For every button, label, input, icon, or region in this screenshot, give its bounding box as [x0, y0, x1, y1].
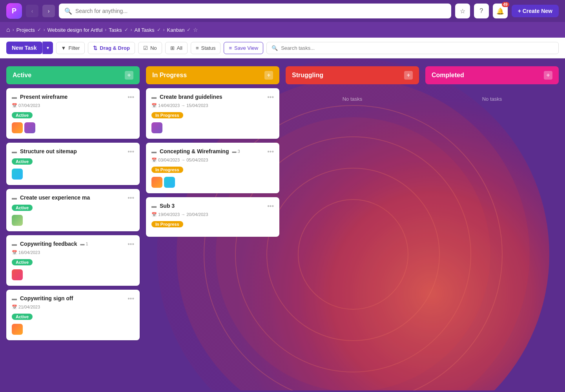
help-button[interactable]: ?: [474, 4, 489, 18]
task-subtasks-t4: ▬ 1: [80, 241, 88, 246]
no-label: No: [150, 45, 157, 51]
drag-drop-label: Drag & Drop: [100, 45, 130, 51]
breadcrumb-kanban-tag: ✓: [187, 27, 191, 33]
col-add-btn-active[interactable]: +: [125, 71, 133, 80]
task-title-t1: Present wireframe: [20, 94, 67, 100]
task-date-t8: 📅 19/04/2023 → 20/04/2023: [151, 212, 274, 217]
breadcrumb-alltasks[interactable]: All Tasks ✓: [135, 27, 161, 33]
breadcrumb-sep-3: ›: [131, 27, 132, 33]
status-label: Status: [201, 45, 216, 51]
task-title-t5: Copywriting sign off: [20, 295, 73, 301]
task-header-t8: ▬Sub 3•••: [151, 203, 274, 210]
breadcrumb-project-label: Website design for Artful: [47, 27, 103, 33]
app-logo: P: [6, 3, 22, 19]
task-header-t3: ▬Create user experience ma•••: [12, 194, 134, 201]
task-header-t5: ▬Copywriting sign off•••: [12, 295, 134, 302]
col-add-btn-struggling[interactable]: +: [404, 71, 413, 80]
status-button[interactable]: ≡ Status: [191, 42, 221, 54]
filter-icon: ▼: [61, 45, 66, 51]
avatar-t6-0: [151, 122, 162, 133]
star-button[interactable]: ☆: [455, 4, 470, 18]
task-more-btn-t6[interactable]: •••: [267, 94, 274, 101]
save-view-label: Save View: [234, 45, 258, 51]
col-add-btn-completed[interactable]: +: [544, 71, 552, 80]
task-more-btn-t8[interactable]: •••: [267, 203, 274, 210]
task-title-t8: Sub 3: [160, 203, 175, 209]
col-inprogress: In Progress+▬Create brand guidelines•••📅…: [146, 66, 279, 237]
save-view-icon: ≡: [229, 45, 232, 51]
task-header-t4: ▬Copywriting feedback▬ 1•••: [12, 241, 134, 248]
new-task-wrap: New Task ▾: [6, 42, 53, 54]
task-search-bar[interactable]: 🔍: [266, 42, 559, 54]
task-date-t4: 📅 16/04/2023: [12, 250, 134, 255]
task-card-t7: ▬Concepting & Wireframing▬ 3•••📅 03/04/2…: [146, 143, 279, 193]
col-header-completed: Completed+: [425, 66, 559, 84]
breadcrumb-project-name[interactable]: Website design for Artful: [47, 27, 103, 33]
create-new-button[interactable]: + Create New: [512, 5, 559, 17]
forward-button[interactable]: ›: [42, 5, 55, 17]
breadcrumb-sep-1: ›: [44, 27, 45, 33]
task-card-t2: ▬Structure out sitemap•••Active: [6, 143, 140, 185]
task-header-t7: ▬Concepting & Wireframing▬ 3•••: [151, 148, 274, 155]
task-avatars-t4: [12, 269, 134, 280]
task-avatars-t2: [12, 169, 134, 180]
all-label: All: [177, 45, 182, 51]
col-title-completed: Completed: [432, 72, 464, 79]
task-status-badge-t3: Active: [12, 205, 33, 211]
breadcrumb-sep-0: ›: [13, 27, 14, 33]
avatar-t1-0: [12, 122, 23, 133]
task-icon-t6: ▬: [151, 94, 157, 100]
breadcrumb-projects[interactable]: Projects ✓: [16, 27, 41, 33]
global-search-input[interactable]: [75, 8, 446, 14]
task-avatars-t7: [151, 177, 274, 188]
col-title-active: Active: [13, 72, 31, 79]
task-card-t8: ▬Sub 3•••📅 19/04/2023 → 20/04/2023In Pro…: [146, 197, 279, 237]
col-add-btn-inprogress[interactable]: +: [264, 71, 273, 80]
filter-label: Filter: [68, 45, 80, 51]
breadcrumb: ⌂ › Projects ✓ › Website design for Artf…: [0, 22, 565, 38]
breadcrumb-kanban-label: Kanban: [167, 27, 185, 33]
breadcrumb-tasks-label: Tasks: [109, 27, 122, 33]
breadcrumb-projects-label: Projects: [16, 27, 35, 33]
filter-button[interactable]: ▼ Filter: [56, 42, 85, 54]
task-search-icon: 🔍: [272, 45, 278, 51]
task-status-badge-t6: In Progress: [151, 112, 183, 118]
all-button[interactable]: ⊞ All: [165, 42, 188, 54]
avatar-t3-0: [12, 215, 23, 226]
notification-button[interactable]: 🔔 49: [493, 4, 508, 18]
breadcrumb-kanban[interactable]: Kanban ✓: [167, 27, 191, 33]
avatar-t1-1: [24, 122, 35, 133]
task-subtasks-t7: ▬ 3: [232, 149, 240, 154]
drag-drop-button[interactable]: ⇅ Drag & Drop: [88, 42, 135, 54]
back-button[interactable]: ‹: [26, 5, 38, 17]
save-view-button[interactable]: ≡ Save View: [224, 42, 263, 54]
checkbox-icon: ☑: [143, 45, 148, 51]
task-more-btn-t4[interactable]: •••: [128, 241, 134, 248]
toolbar: New Task ▾ ▼ Filter ⇅ Drag & Drop ☑ No ⊞…: [0, 38, 565, 58]
task-icon-t2: ▬: [12, 149, 17, 154]
task-title-t6: Create brand guidelines: [160, 94, 222, 100]
new-task-button[interactable]: New Task: [6, 42, 42, 54]
new-task-dropdown-button[interactable]: ▾: [42, 42, 53, 54]
col-struggling: Struggling+No tasks: [286, 66, 419, 110]
avatar-t5-0: [12, 324, 23, 335]
breadcrumb-tasks[interactable]: Tasks ✓: [109, 27, 128, 33]
task-status-badge-t7: In Progress: [151, 167, 183, 173]
avatar-t4-0: [12, 269, 23, 280]
task-avatars-t1: [12, 122, 134, 133]
task-more-btn-t1[interactable]: •••: [128, 94, 134, 101]
task-more-btn-t2[interactable]: •••: [128, 148, 134, 155]
breadcrumb-alltasks-tag: ✓: [157, 27, 161, 33]
drag-drop-icon: ⇅: [93, 45, 97, 51]
task-more-btn-t3[interactable]: •••: [128, 194, 134, 201]
home-icon[interactable]: ⌂: [6, 26, 10, 33]
col-header-inprogress: In Progress+: [146, 66, 279, 84]
breadcrumb-star-icon[interactable]: ☆: [193, 27, 198, 33]
task-search-input[interactable]: [281, 45, 554, 51]
task-icon-t3: ▬: [12, 195, 17, 201]
task-more-btn-t5[interactable]: •••: [128, 295, 134, 302]
task-more-btn-t7[interactable]: •••: [267, 148, 274, 155]
task-title-t4: Copywriting feedback: [20, 241, 77, 247]
breadcrumb-tasks-tag: ✓: [124, 27, 128, 33]
no-button[interactable]: ☑ No: [138, 42, 162, 54]
